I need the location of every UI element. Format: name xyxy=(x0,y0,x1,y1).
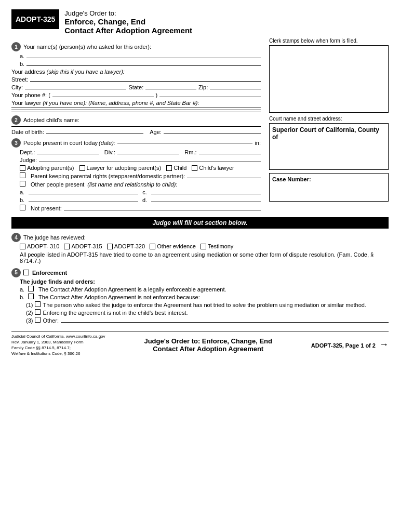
name-b-field[interactable] xyxy=(26,65,261,66)
phone-close: ) xyxy=(156,92,158,98)
section-4-checkboxes: ADOPT- 310 ADOPT-315 ADOPT-320 Other evi… xyxy=(20,243,389,250)
state-field[interactable] xyxy=(145,89,196,89)
zip-field[interactable] xyxy=(210,89,261,89)
s5-b-row: b. The Contact After Adoption Agreement … xyxy=(20,294,389,300)
rm-label: Rm.: xyxy=(184,149,196,155)
section-4-label: The judge has reviewed: xyxy=(23,234,86,241)
s5-b3-label: (3) xyxy=(26,317,33,324)
section-1-num: 1 xyxy=(11,42,21,51)
cb-testimony-box[interactable] xyxy=(201,244,206,249)
section-4-header: 4 The judge has reviewed: xyxy=(11,233,389,242)
cb-s5b[interactable] xyxy=(28,294,34,299)
cb-adopt310-box[interactable] xyxy=(20,244,25,249)
cb-lawyer-adopting-box[interactable] xyxy=(79,165,85,171)
dob-field[interactable] xyxy=(46,134,143,134)
cb-other-people[interactable] xyxy=(20,181,25,187)
name-a-row: a. xyxy=(20,53,261,59)
name-a-field[interactable] xyxy=(26,58,261,58)
cb-not-present[interactable] xyxy=(20,205,25,210)
cb-other-people-box[interactable] xyxy=(20,181,25,187)
cb-s5b3-box[interactable] xyxy=(35,317,41,323)
cb-s5a[interactable] xyxy=(28,286,34,291)
other-b-field[interactable] xyxy=(29,202,138,202)
cb-adopt320-box[interactable] xyxy=(107,244,113,249)
cb-enforcement[interactable] xyxy=(23,270,29,275)
other-d-field[interactable] xyxy=(151,202,261,202)
cb-lawyer-adopting[interactable]: Lawyer for adopting parent(s) xyxy=(79,165,162,171)
section-5: 5 Enforcement The judge finds and orders… xyxy=(11,268,389,324)
cb-enforcement-box[interactable] xyxy=(23,270,29,275)
div-label: Div.: xyxy=(104,149,115,155)
not-present-row: Not present: xyxy=(20,205,261,211)
date-label: (date): xyxy=(99,140,115,146)
address-label: Your address xyxy=(11,69,45,75)
phone-num-field[interactable] xyxy=(159,97,261,97)
not-present-field[interactable] xyxy=(64,210,261,210)
cb-adopt310[interactable]: ADOPT- 310 xyxy=(20,243,59,249)
cb-adopt315[interactable]: ADOPT-315 xyxy=(64,243,102,249)
next-page-arrow[interactable]: → xyxy=(379,339,389,350)
other-d-label: d. xyxy=(142,197,147,203)
rm-field[interactable] xyxy=(199,154,261,154)
cb-adopt315-box[interactable] xyxy=(64,244,70,249)
cb-other-evidence-box[interactable] xyxy=(150,244,155,249)
street-field[interactable] xyxy=(30,81,261,82)
judge-row: Judge: xyxy=(20,157,261,163)
cb-adopt315-label: ADOPT-315 xyxy=(71,243,102,249)
finds-label: The judge finds and orders: xyxy=(20,278,389,285)
cb-childs-lawyer-box[interactable] xyxy=(192,165,197,171)
footer-rev: Rev. January 1, 2003, Mandatory Form xyxy=(11,339,105,345)
s5-a-label: a. xyxy=(20,286,24,292)
cb-parent-rights[interactable] xyxy=(20,172,25,178)
cb-not-present-box[interactable] xyxy=(20,205,25,210)
judge-banner-text: Judge will fill out section below. xyxy=(153,219,248,227)
judge-banner: Judge will fill out section below. xyxy=(11,217,389,229)
cb-s5b-box[interactable] xyxy=(28,294,34,299)
other-a-label: a. xyxy=(20,189,24,195)
cb-child-box[interactable] xyxy=(166,165,172,171)
cb-adopt320[interactable]: ADOPT-320 xyxy=(107,243,145,249)
other-a-field[interactable] xyxy=(29,194,138,194)
lawyer-line1[interactable] xyxy=(11,108,261,108)
age-field[interactable] xyxy=(164,134,261,134)
title-line2: Enforce, Change, End xyxy=(64,17,192,26)
zip-label: Zip: xyxy=(198,84,208,90)
parent-rights-field[interactable] xyxy=(187,178,261,178)
child-name-field[interactable] xyxy=(11,126,261,127)
court-name: Superior Court of California, County of xyxy=(272,126,379,141)
s5-b-label: b. xyxy=(20,294,24,300)
date-field[interactable] xyxy=(117,143,252,143)
age-label: Age: xyxy=(150,129,162,135)
main-layout: 1 Your name(s) (person(s) who asked for … xyxy=(11,38,389,213)
other-c-field[interactable] xyxy=(151,194,261,194)
cb-childs-lawyer[interactable]: Child's lawyer xyxy=(192,165,234,171)
judge-field[interactable] xyxy=(39,162,261,162)
phone-area-field[interactable] xyxy=(52,97,154,97)
cb-adopting-parent-box[interactable] xyxy=(20,165,25,171)
city-field[interactable] xyxy=(25,89,126,89)
lawyer-line2[interactable] xyxy=(11,110,261,110)
cb-child[interactable]: Child xyxy=(166,165,186,171)
phone-label: Your phone #: ( xyxy=(11,92,50,98)
cb-s5b2-box[interactable] xyxy=(35,309,41,315)
div-field[interactable] xyxy=(117,154,179,154)
lawyer-line3[interactable] xyxy=(11,112,261,112)
left-column: 1 Your name(s) (person(s) who asked for … xyxy=(11,38,261,213)
s5-b-text: The Contact After Adoption Agreement is … xyxy=(38,294,200,300)
court-label: Court name and street address: xyxy=(269,116,389,122)
s5-b1-text: The person who asked the judge to enforc… xyxy=(43,302,366,308)
title-line3: Contact After Adoption Agreement xyxy=(64,26,192,35)
right-column: Clerk stamps below when form is filed. C… xyxy=(269,38,389,213)
cb-parent-rights-box[interactable] xyxy=(20,172,25,178)
cb-testimony[interactable]: Testimony xyxy=(201,243,234,249)
dept-field[interactable] xyxy=(37,154,99,154)
footer-center: Judge's Order to: Enforce, Change, End C… xyxy=(105,337,311,353)
cb-s5b1-box[interactable] xyxy=(35,301,41,307)
cb-s5a-box[interactable] xyxy=(28,286,34,291)
city-label: City: xyxy=(11,84,23,90)
section-2-label: Adopted child's name: xyxy=(23,117,79,123)
cb-adopting-parent[interactable]: Adopting parent(s) xyxy=(20,165,74,171)
s5-b3-field[interactable] xyxy=(61,322,389,323)
cb-other-evidence[interactable]: Other evidence xyxy=(150,243,196,249)
footer-welfare: Welfare & Institutions Code, § 366.26 xyxy=(11,351,105,356)
